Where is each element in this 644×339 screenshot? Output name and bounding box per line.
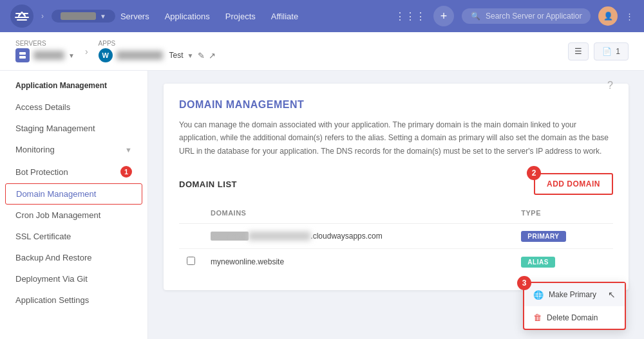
server-pill-name: ▬▬▬▬▬	[61, 12, 96, 20]
step-badge-2: 2	[527, 166, 541, 180]
help-icon[interactable]: ?	[607, 80, 613, 91]
row2-type: ALIAS	[513, 249, 613, 275]
files-button[interactable]: 📄 1	[594, 42, 629, 60]
card-title: DOMAIN MANAGEMENT	[179, 99, 613, 111]
row1-type: PRIMARY	[513, 224, 613, 249]
row1-checkbox	[179, 224, 203, 249]
server-icon	[15, 48, 30, 62]
apps-label: Apps	[99, 40, 216, 47]
main-content: ? DOMAIN MANAGEMENT You can manage the d…	[148, 71, 644, 339]
app-caret[interactable]: ▼	[187, 52, 194, 59]
monitoring-label: Monitoring	[15, 145, 55, 154]
add-domain-button[interactable]: ADD DOMAIN	[534, 173, 613, 195]
row2-check[interactable]	[187, 257, 195, 265]
bot-protection-badge: 1	[120, 166, 132, 178]
logo-icon	[10, 5, 33, 28]
app-settings-label: Application Settings	[15, 295, 89, 305]
col-domains: DOMAINS	[203, 203, 513, 224]
more-icon[interactable]: ⋮	[625, 12, 634, 21]
sidebar-item-backup[interactable]: Backup And Restore	[0, 247, 147, 268]
search-input[interactable]	[486, 12, 582, 21]
nav-servers[interactable]: Servers	[120, 12, 149, 21]
deployment-label: Deployment Via Git	[15, 274, 88, 284]
domain-management-label: Domain Management	[16, 189, 96, 199]
bot-protection-label: Bot Protection	[15, 167, 68, 177]
backup-label: Backup And Restore	[15, 253, 92, 262]
sidebar-item-monitoring[interactable]: Monitoring ▼	[0, 139, 147, 160]
breadcrumb-left: Servers ▬▬▬▬ ▼ › Apps W ▬▬▬▬▬▬ Test ▼ ✎ …	[15, 40, 216, 62]
sidebar: Application Management Access Details St…	[0, 71, 148, 339]
row1-domain: wordpress-▬▬▬▬▬▬▬▬.cloudwaysapps.com	[203, 224, 513, 249]
svg-rect-0	[19, 52, 26, 55]
primary-badge: PRIMARY	[521, 231, 565, 242]
make-primary-item[interactable]: 🌐 Make Primary ↖	[524, 283, 625, 306]
breadcrumb-right: ☰ 📄 1	[568, 42, 629, 60]
step-badge-3: 3	[517, 276, 531, 290]
file-count: 1	[616, 47, 620, 56]
breadcrumb-arrow: ›	[85, 46, 88, 57]
main-layout: Application Management Access Details St…	[0, 71, 644, 339]
row2-checkbox[interactable]	[179, 249, 203, 275]
sidebar-item-app-settings[interactable]: Application Settings	[0, 289, 147, 311]
servers-breadcrumb: Servers ▬▬▬▬ ▼	[15, 40, 75, 62]
search-bar[interactable]: 🔍	[462, 8, 591, 24]
external-link-icon[interactable]: ↗	[209, 51, 216, 60]
app-icons: ✎ ↗	[198, 51, 216, 60]
domain-list-header: DOMAIN LIST 2 ADD DOMAIN	[179, 173, 613, 195]
server-caret[interactable]: ▼	[68, 52, 75, 59]
edit-icon[interactable]: ✎	[198, 51, 205, 60]
domain-table: DOMAINS TYPE wordpress-▬▬▬▬▬▬▬▬.cloudway…	[179, 203, 613, 275]
staging-label: Staging Management	[15, 124, 95, 133]
row2-domain: mynewonline.website	[203, 249, 513, 275]
apps-value: W ▬▬▬▬▬▬ Test ▼ ✎ ↗	[99, 48, 216, 62]
access-details-label: Access Details	[15, 102, 70, 112]
add-domain-wrapper: 2 ADD DOMAIN	[534, 173, 613, 195]
monitoring-caret: ▼	[125, 146, 132, 154]
nav-right: ⋮⋮⋮ + 🔍 👤 ⋮	[395, 6, 634, 26]
card-description: You can manage the domain associated wit…	[179, 118, 613, 158]
servers-label: Servers	[15, 40, 75, 47]
apps-breadcrumb: Apps W ▬▬▬▬▬▬ Test ▼ ✎ ↗	[99, 40, 216, 62]
sidebar-item-staging[interactable]: Staging Management	[0, 118, 147, 139]
wordpress-icon: W	[99, 48, 113, 62]
col-checkbox	[179, 203, 203, 224]
make-primary-label: Make Primary	[549, 290, 596, 299]
cursor-icon: ↖	[608, 289, 616, 300]
server-name: ▬▬▬▬	[33, 51, 64, 60]
breadcrumb-bar: Servers ▬▬▬▬ ▼ › Apps W ▬▬▬▬▬▬ Test ▼ ✎ …	[0, 32, 644, 71]
top-nav: › ▬▬▬▬▬ ▼ Servers Applications Projects …	[0, 0, 644, 32]
globe-icon: 🌐	[533, 290, 544, 300]
add-button[interactable]: +	[433, 6, 454, 26]
nav-projects[interactable]: Projects	[225, 12, 256, 21]
delete-domain-item[interactable]: 🗑 Delete Domain	[524, 306, 625, 329]
nav-separator: ›	[41, 12, 44, 21]
col-type: TYPE	[513, 203, 613, 224]
search-icon: 🔍	[471, 12, 480, 21]
cron-job-label: Cron Job Management	[15, 210, 100, 220]
user-avatar[interactable]: 👤	[598, 6, 618, 26]
domain-management-card: ? DOMAIN MANAGEMENT You can manage the d…	[164, 84, 629, 290]
sidebar-item-bot-protection[interactable]: Bot Protection 1	[0, 160, 147, 183]
server-pill-caret: ▼	[100, 13, 106, 20]
sidebar-item-ssl[interactable]: SSL Certificate	[0, 226, 147, 247]
sidebar-item-deployment[interactable]: Deployment Via Git	[0, 268, 147, 289]
sidebar-item-access-details[interactable]: Access Details	[0, 96, 147, 118]
context-menu: 3 🌐 Make Primary ↖ 🗑 Delete Domain	[523, 282, 626, 330]
svg-rect-1	[19, 56, 26, 59]
sidebar-section-title: Application Management	[0, 81, 147, 96]
app-name: ▬▬▬▬▬▬	[117, 51, 163, 60]
alias-badge: ALIAS	[521, 257, 555, 268]
server-pill[interactable]: ▬▬▬▬▬ ▼	[52, 10, 115, 23]
sidebar-item-domain-management[interactable]: Domain Management	[5, 183, 142, 205]
badge3-wrapper: 3	[517, 276, 531, 290]
table-row: mynewonline.website ALIAS	[179, 249, 613, 275]
grid-icon[interactable]: ⋮⋮⋮	[395, 10, 426, 23]
main-nav: Servers Applications Projects Affiliate	[120, 12, 298, 21]
nav-applications[interactable]: Applications	[165, 12, 210, 21]
list-view-button[interactable]: ☰	[568, 42, 589, 60]
file-icon: 📄	[602, 47, 612, 56]
nav-affiliate[interactable]: Affiliate	[271, 12, 298, 21]
domain-list-title: DOMAIN LIST	[179, 179, 237, 189]
sidebar-item-cron-job[interactable]: Cron Job Management	[0, 205, 147, 226]
logo-area: › ▬▬▬▬▬ ▼	[10, 5, 115, 28]
